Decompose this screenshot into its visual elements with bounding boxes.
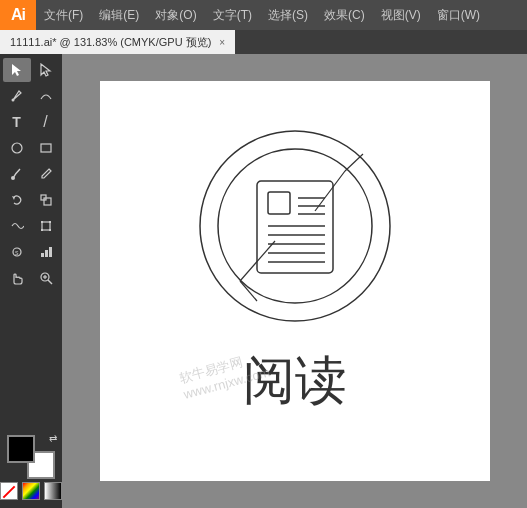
svg-point-2 xyxy=(11,99,14,102)
tool-row-2 xyxy=(3,84,60,108)
tool-row-5 xyxy=(3,162,60,186)
svg-rect-18 xyxy=(49,247,52,257)
svg-rect-17 xyxy=(45,250,48,257)
select-tool[interactable] xyxy=(3,58,31,82)
bar-chart-tool[interactable] xyxy=(32,240,60,264)
tab-close-button[interactable]: × xyxy=(219,37,225,48)
canvas: 软牛易学网www.rnjxw.com xyxy=(100,81,490,481)
menu-select[interactable]: 选择(S) xyxy=(260,0,316,30)
menu-bar: 文件(F) 编辑(E) 对象(O) 文字(T) 选择(S) 效果(C) 视图(V… xyxy=(36,0,527,30)
hand-tool[interactable] xyxy=(3,266,31,290)
menu-view[interactable]: 视图(V) xyxy=(373,0,429,30)
scale-tool[interactable] xyxy=(32,188,60,212)
svg-rect-11 xyxy=(49,221,51,223)
canvas-area: 软牛易学网www.rnjxw.com xyxy=(62,54,527,508)
rotate-tool[interactable] xyxy=(3,188,31,212)
svg-rect-7 xyxy=(44,198,51,205)
gradient-button[interactable] xyxy=(44,482,62,500)
none-color-button[interactable] xyxy=(0,482,18,500)
pen-tool[interactable] xyxy=(3,84,31,108)
line-tool[interactable]: / xyxy=(32,110,60,134)
rect-tool[interactable] xyxy=(32,136,60,160)
svg-line-20 xyxy=(48,280,52,284)
svg-line-28 xyxy=(345,154,363,171)
paintbrush-tool[interactable] xyxy=(3,162,31,186)
tab-bar: 11111.ai* @ 131.83% (CMYK/GPU 预览) × xyxy=(0,30,527,54)
svg-rect-9 xyxy=(42,222,50,230)
svg-rect-10 xyxy=(41,221,43,223)
menu-text[interactable]: 文字(T) xyxy=(205,0,260,30)
tool-row-6 xyxy=(3,188,60,212)
curvature-tool[interactable] xyxy=(32,84,60,108)
color-row2 xyxy=(0,482,62,500)
direct-select-tool[interactable] xyxy=(32,58,60,82)
toolbar: T / xyxy=(0,54,62,508)
menu-window[interactable]: 窗口(W) xyxy=(429,0,488,30)
swap-colors-icon[interactable]: ⇄ xyxy=(49,433,57,444)
svg-rect-13 xyxy=(49,229,51,231)
tool-row-8: s xyxy=(3,240,60,264)
menu-edit[interactable]: 编辑(E) xyxy=(91,0,147,30)
warp-tool[interactable] xyxy=(3,214,31,238)
menu-object[interactable]: 对象(O) xyxy=(147,0,204,30)
svg-point-5 xyxy=(11,176,15,180)
svg-rect-12 xyxy=(41,229,43,231)
type-tool[interactable]: T xyxy=(3,110,31,134)
color-mode-button[interactable] xyxy=(22,482,40,500)
tool-row-1 xyxy=(3,58,60,82)
pencil-tool[interactable] xyxy=(32,162,60,186)
tool-row-4 xyxy=(3,136,60,160)
free-transform-tool[interactable] xyxy=(32,214,60,238)
svg-rect-30 xyxy=(268,192,290,214)
zoom-tool[interactable] xyxy=(32,266,60,290)
fill-color-box[interactable] xyxy=(7,435,35,463)
svg-text:s: s xyxy=(15,249,19,256)
tool-row-9 xyxy=(3,266,60,290)
artwork: 阅读 xyxy=(185,116,405,416)
reading-text: 阅读 xyxy=(243,346,347,416)
icon-wrapper xyxy=(185,116,405,336)
menu-file[interactable]: 文件(F) xyxy=(36,0,91,30)
ai-logo: Ai xyxy=(0,0,36,30)
ellipse-tool[interactable] xyxy=(3,136,31,160)
svg-rect-4 xyxy=(41,144,51,152)
svg-rect-16 xyxy=(41,253,44,257)
symbol-tool[interactable]: s xyxy=(3,240,31,264)
svg-marker-1 xyxy=(41,64,50,76)
tab-label: 11111.ai* @ 131.83% (CMYK/GPU 预览) xyxy=(10,35,211,50)
color-boxes: ⇄ xyxy=(7,435,55,479)
active-tab[interactable]: 11111.ai* @ 131.83% (CMYK/GPU 预览) × xyxy=(0,30,235,54)
svg-line-27 xyxy=(315,171,345,211)
svg-point-3 xyxy=(12,143,22,153)
tool-row-7 xyxy=(3,214,60,238)
tool-row-3: T / xyxy=(3,110,60,134)
main-area: T / xyxy=(0,54,527,508)
color-area: ⇄ xyxy=(0,435,62,500)
svg-marker-0 xyxy=(12,64,21,76)
title-bar: Ai 文件(F) 编辑(E) 对象(O) 文字(T) 选择(S) 效果(C) 视… xyxy=(0,0,527,30)
menu-effect[interactable]: 效果(C) xyxy=(316,0,373,30)
